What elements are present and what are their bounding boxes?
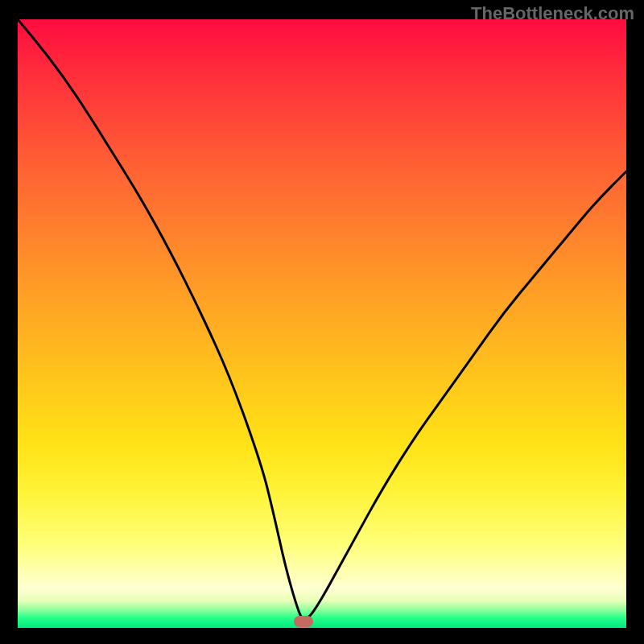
bottleneck-curve — [18, 19, 626, 628]
plot-area — [18, 19, 626, 628]
watermark-text: TheBottleneck.com — [471, 3, 634, 24]
chart-container: TheBottleneck.com — [0, 0, 644, 644]
optimum-marker-icon — [294, 616, 313, 627]
